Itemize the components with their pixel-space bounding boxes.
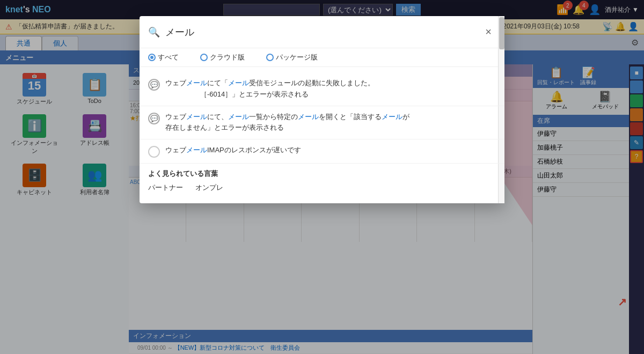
popular-tag-2[interactable]: オンプレ <box>188 183 223 193</box>
popular-title: よく見られている言葉 <box>148 169 496 179</box>
tab-all-label: すべて <box>158 53 179 62</box>
tab-package-label: パッケージ版 <box>276 53 318 62</box>
popular-section: よく見られている言葉 パートナー オンプレ <box>140 164 504 198</box>
result-icon-2: 💬 <box>148 113 160 124</box>
result-text-1: ウェブメールにて「メール受信モジュールの起動に失敗しました。 ［-6014］」と… <box>165 78 375 100</box>
popular-tags: パートナー オンプレ <box>148 183 496 193</box>
tab-cloud-label: クラウド版 <box>210 53 245 62</box>
radio-all <box>148 54 156 61</box>
modal-overlay[interactable]: 🔍 × すべて クラウド版 パッケージ版 💬 <box>0 0 644 354</box>
result-item-3[interactable]: ウェブメールIMAPのレスポンスが遅いです <box>140 139 504 164</box>
search-modal: 🔍 × すべて クラウド版 パッケージ版 💬 <box>140 16 504 203</box>
modal-tab-package[interactable]: パッケージ版 <box>266 53 318 62</box>
modal-close-button[interactable]: × <box>481 24 496 40</box>
result-item-2[interactable]: 💬 ウェブメールにて、メール一覧から特定のメールを開くと「該当するメールが 存在… <box>140 106 504 140</box>
radio-package <box>266 54 274 61</box>
modal-tab-cloud[interactable]: クラウド版 <box>200 53 245 62</box>
result-text-2: ウェブメールにて、メール一覧から特定のメールを開くと「該当するメールが 存在しま… <box>165 112 409 134</box>
popular-tag-1[interactable]: パートナー <box>148 183 183 193</box>
result-text-3: ウェブメールIMAPのレスポンスが遅いです <box>165 145 301 156</box>
result-icon-3 <box>148 146 160 158</box>
scrollbar-thumb <box>499 17 504 49</box>
modal-search-input[interactable] <box>165 26 475 38</box>
modal-search-icon: 🔍 <box>148 26 160 38</box>
result-icon-1: 💬 <box>148 79 160 91</box>
modal-tabs: すべて クラウド版 パッケージ版 <box>140 48 504 67</box>
radio-cloud <box>200 54 208 61</box>
modal-header: 🔍 × <box>140 16 504 48</box>
modal-results: 💬 ウェブメールにて「メール受信モジュールの起動に失敗しました。 ［-6014］… <box>140 67 504 203</box>
result-item-1[interactable]: 💬 ウェブメールにて「メール受信モジュールの起動に失敗しました。 ［-6014］… <box>140 72 504 106</box>
modal-tab-all[interactable]: すべて <box>148 53 179 62</box>
